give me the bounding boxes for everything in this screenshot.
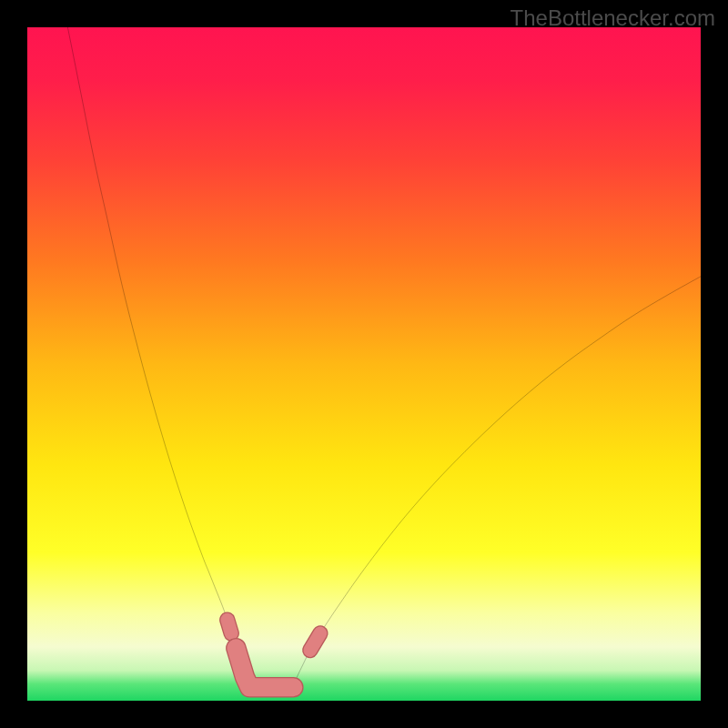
watermark-text: TheBottlenecker.com	[511, 5, 715, 31]
marker-sausage	[228, 620, 231, 633]
marker-sausage	[310, 633, 320, 651]
plot-background	[27, 27, 701, 701]
chart-plot	[27, 27, 701, 701]
outer-frame: TheBottlenecker.com	[0, 0, 728, 728]
